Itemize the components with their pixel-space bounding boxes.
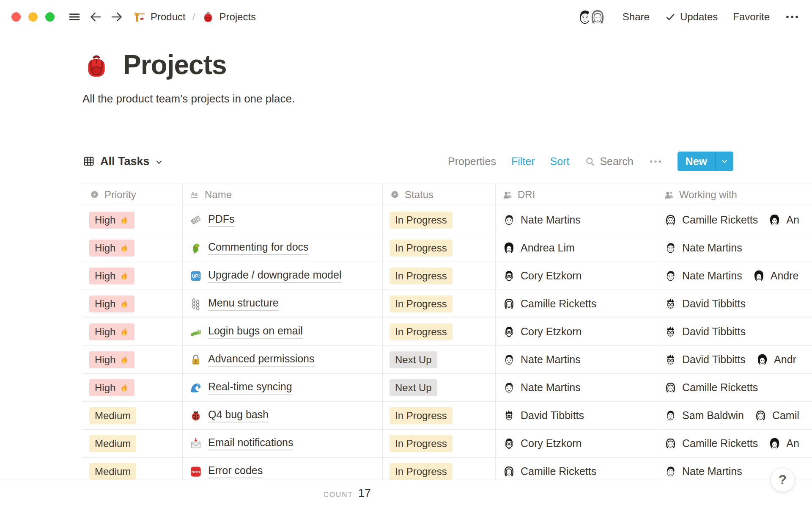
more-options-icon[interactable] <box>785 14 799 20</box>
count-calculation[interactable]: COUNT17 <box>0 487 371 500</box>
cell-dri[interactable]: Cory Etzkorn <box>496 262 657 290</box>
view-switcher[interactable]: All Tasks <box>82 155 163 168</box>
priority-badge[interactable]: High <box>89 351 134 368</box>
status-badge[interactable]: In Progress <box>390 323 453 340</box>
cell-priority[interactable]: High <box>82 234 183 262</box>
task-name-link[interactable]: Login bugs on email <box>208 325 303 339</box>
cell-dri[interactable]: Nate Martins <box>496 346 657 373</box>
back-button[interactable] <box>87 8 104 25</box>
cell-priority[interactable]: Medium <box>82 430 183 457</box>
status-badge[interactable]: In Progress <box>390 463 453 480</box>
page-description[interactable]: All the product team's projects in one p… <box>82 92 295 105</box>
new-button-main[interactable]: New <box>678 152 715 171</box>
cell-priority[interactable]: High <box>82 374 183 401</box>
cell-working-with[interactable]: David Tibbitts <box>657 318 812 345</box>
properties-button[interactable]: Properties <box>448 155 496 168</box>
task-name-link[interactable]: Menu structure <box>208 297 279 311</box>
breadcrumb-item-product[interactable]: Product <box>133 11 186 23</box>
cell-dri[interactable]: David Tibbitts <box>496 402 657 429</box>
cell-status[interactable]: In Progress <box>383 318 496 345</box>
cell-working-with[interactable]: Sam BaldwinCamil <box>657 402 812 429</box>
column-header-working-with[interactable]: Working with <box>657 183 812 206</box>
search-button[interactable]: Search <box>584 155 633 168</box>
presence-avatars[interactable] <box>576 8 606 26</box>
cell-name[interactable]: Commenting for docs <box>183 234 383 262</box>
sort-button[interactable]: Sort <box>550 155 570 168</box>
cell-status[interactable]: In Progress <box>383 262 496 290</box>
task-name-link[interactable]: Advanced permissions <box>208 353 315 367</box>
status-badge[interactable]: Next Up <box>390 379 437 396</box>
breadcrumb-item-projects[interactable]: Projects <box>202 11 256 23</box>
priority-badge[interactable]: Medium <box>89 407 136 424</box>
minimize-window-button[interactable] <box>28 12 38 22</box>
page-title[interactable]: Projects <box>123 50 227 80</box>
status-badge[interactable]: Next Up <box>390 351 437 368</box>
priority-badge[interactable]: High <box>89 295 134 312</box>
cell-name[interactable]: Advanced permissions <box>183 346 383 373</box>
task-name-link[interactable]: Error codes <box>208 464 263 478</box>
priority-badge[interactable]: Medium <box>89 463 136 480</box>
cell-name[interactable]: Menu structure <box>183 290 383 318</box>
column-header-priority[interactable]: Priority <box>82 183 183 206</box>
task-name-link[interactable]: Real-time syncing <box>208 381 292 395</box>
cell-priority[interactable]: High <box>82 290 183 318</box>
presence-avatar-camille[interactable] <box>589 8 606 26</box>
new-button-dropdown[interactable] <box>715 152 733 171</box>
column-header-dri[interactable]: DRI <box>496 183 657 206</box>
cell-name[interactable]: Login bugs on email <box>183 318 383 345</box>
priority-badge[interactable]: Medium <box>89 435 136 452</box>
cell-name[interactable]: Q4 bug bash <box>183 402 383 429</box>
zoom-window-button[interactable] <box>45 12 55 22</box>
column-header-status[interactable]: Status <box>383 183 496 206</box>
cell-working-with[interactable]: David TibbittsAndr <box>657 346 812 373</box>
task-name-link[interactable]: Email notifications <box>208 436 293 450</box>
page-icon-backpack[interactable] <box>82 52 110 80</box>
cell-status[interactable]: In Progress <box>383 402 496 429</box>
cell-working-with[interactable]: Nate MartinsAndre <box>657 262 812 290</box>
status-badge[interactable]: In Progress <box>390 240 453 257</box>
cell-name[interactable]: Email notifications <box>183 430 383 457</box>
cell-working-with[interactable]: Camille RickettsAn <box>657 206 812 234</box>
help-button[interactable]: ? <box>771 468 795 492</box>
status-badge[interactable]: In Progress <box>390 268 453 284</box>
close-window-button[interactable] <box>11 12 21 22</box>
cell-status[interactable]: In Progress <box>383 234 496 262</box>
cell-name[interactable]: PDFs <box>183 206 383 234</box>
cell-dri[interactable]: Cory Etzkorn <box>496 318 657 345</box>
cell-dri[interactable]: Camille Ricketts <box>496 290 657 318</box>
status-badge[interactable]: In Progress <box>390 295 453 312</box>
cell-dri[interactable]: Andrea Lim <box>496 234 657 262</box>
forward-button[interactable] <box>108 8 125 25</box>
task-name-link[interactable]: Upgrade / downgrade model <box>208 269 341 283</box>
cell-name[interactable]: Upgrade / downgrade model <box>183 262 383 290</box>
status-badge[interactable]: In Progress <box>390 435 453 452</box>
priority-badge[interactable]: High <box>89 379 134 396</box>
task-name-link[interactable]: Commenting for docs <box>208 241 309 255</box>
cell-status[interactable]: In Progress <box>383 290 496 318</box>
cell-priority[interactable]: Medium <box>82 458 183 480</box>
task-name-link[interactable]: Q4 bug bash <box>208 409 269 422</box>
sidebar-toggle-button[interactable] <box>66 8 83 25</box>
view-more-options-icon[interactable] <box>649 158 662 165</box>
cell-status[interactable]: Next Up <box>383 374 496 401</box>
cell-status[interactable]: In Progress <box>383 458 496 480</box>
cell-dri[interactable]: Cory Etzkorn <box>496 430 657 457</box>
priority-badge[interactable]: High <box>89 212 134 229</box>
status-badge[interactable]: In Progress <box>390 407 453 424</box>
cell-status[interactable]: Next Up <box>383 346 496 373</box>
cell-dri[interactable]: Camille Ricketts <box>496 458 657 480</box>
cell-priority[interactable]: High <box>82 346 183 373</box>
cell-working-with[interactable]: Camille RickettsAn <box>657 430 812 457</box>
priority-badge[interactable]: High <box>89 268 134 284</box>
cell-priority[interactable]: High <box>82 206 183 234</box>
filter-button[interactable]: Filter <box>511 155 535 168</box>
share-button[interactable]: Share <box>623 11 650 23</box>
updates-button[interactable]: Updates <box>665 11 718 23</box>
priority-badge[interactable]: High <box>89 240 134 257</box>
status-badge[interactable]: In Progress <box>390 212 453 229</box>
cell-working-with[interactable]: Camille Ricketts <box>657 374 812 401</box>
cell-name[interactable]: Error codes <box>183 458 383 480</box>
cell-working-with[interactable]: Nate Martins <box>657 234 812 262</box>
column-header-name[interactable]: Name <box>183 183 383 206</box>
cell-priority[interactable]: Medium <box>82 402 183 429</box>
